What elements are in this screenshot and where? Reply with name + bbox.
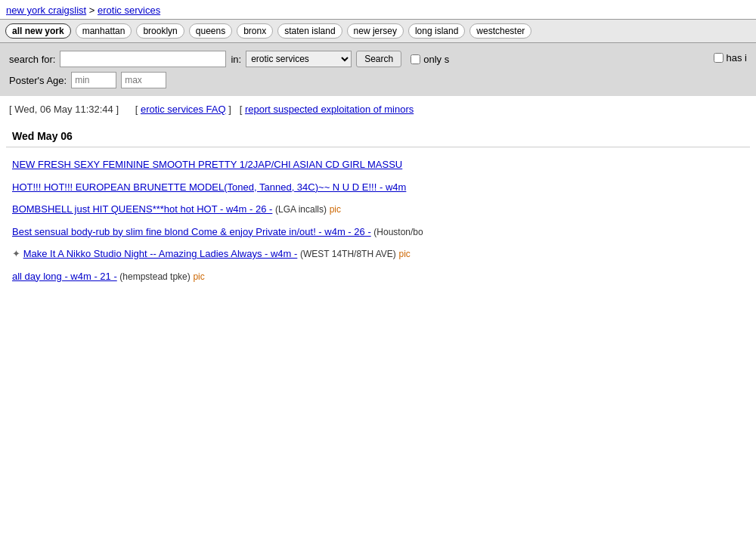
breadcrumb: new york craigslist > erotic services bbox=[0, 0, 756, 19]
info-bar: [ Wed, 06 May 11:32:44 ] [ erotic servic… bbox=[0, 96, 756, 122]
listing-link[interactable]: BOMBSHELL just HIT QUEENS***hot hot HOT … bbox=[12, 203, 272, 215]
listings-container: Wed May 06 NEW FRESH SEXY FEMININE SMOOT… bbox=[0, 122, 756, 287]
area-tabs: all new yorkmanhattanbrooklynqueensbronx… bbox=[0, 19, 756, 43]
area-tab-all-new-york[interactable]: all new york bbox=[5, 23, 71, 39]
area-tab-manhattan[interactable]: manhattan bbox=[76, 23, 132, 39]
listing-link[interactable]: Make It A Nikko Studio Night -- Amazing … bbox=[23, 248, 298, 259]
area-tab-new-jersey[interactable]: new jersey bbox=[347, 23, 404, 39]
list-item: HOT!!! HOT!!! EUROPEAN BRUNETTE MODEL(To… bbox=[6, 176, 750, 199]
search-bar: search for: in: erotic services casual e… bbox=[0, 43, 756, 96]
only-checkbox[interactable] bbox=[411, 54, 420, 64]
listing-pic-label: pic bbox=[399, 249, 411, 259]
list-item: ✦ Make It A Nikko Studio Night -- Amazin… bbox=[6, 243, 750, 265]
posters-age-label: Poster's Age: bbox=[9, 75, 67, 86]
listing-meta: (WEST 14TH/8TH AVE) bbox=[300, 249, 396, 259]
area-tab-long-island[interactable]: long island bbox=[408, 23, 465, 39]
search-input[interactable] bbox=[60, 51, 226, 67]
list-item: BOMBSHELL just HIT QUEENS***hot hot HOT … bbox=[6, 198, 750, 221]
listing-link[interactable]: all day long - w4m - 21 - bbox=[12, 271, 117, 282]
faq-bracket-open: [ bbox=[135, 104, 141, 115]
datetime-text: [ Wed, 06 May 11:32:44 ] bbox=[9, 104, 119, 115]
area-tab-queens[interactable]: queens bbox=[189, 23, 232, 39]
breadcrumb-separator: > bbox=[89, 5, 98, 16]
listing-icon: ✦ bbox=[12, 248, 23, 259]
max-age-input[interactable] bbox=[121, 72, 166, 88]
has-label: has i bbox=[727, 52, 747, 64]
in-label: in: bbox=[231, 54, 241, 65]
report-bracket-open: [ bbox=[240, 104, 245, 115]
search-for-label: search for: bbox=[9, 54, 55, 65]
faq-bracket-close: ] bbox=[226, 104, 231, 115]
list-item: all day long - w4m - 21 - (hempstead tpk… bbox=[6, 265, 750, 288]
breadcrumb-section-link[interactable]: erotic services bbox=[98, 5, 160, 16]
area-tab-brooklyn[interactable]: brooklyn bbox=[136, 23, 184, 39]
category-select[interactable]: erotic services casual encounters missed… bbox=[246, 51, 352, 67]
listing-pic-label: pic bbox=[193, 271, 204, 282]
listing-meta: (hempstead tpke) bbox=[119, 271, 190, 282]
listing-link[interactable]: Best sensual body-rub by slim fine blond… bbox=[12, 226, 371, 237]
date-heading: Wed May 06 bbox=[6, 122, 750, 147]
breadcrumb-site-link[interactable]: new york craigslist bbox=[6, 5, 86, 16]
only-label: only s bbox=[423, 54, 449, 65]
listing-link[interactable]: NEW FRESH SEXY FEMININE SMOOTH PRETTY 1/… bbox=[12, 159, 402, 170]
list-item: NEW FRESH SEXY FEMININE SMOOTH PRETTY 1/… bbox=[6, 153, 750, 176]
erotic-services-faq-link[interactable]: erotic services FAQ bbox=[141, 104, 226, 115]
area-tab-westchester[interactable]: westchester bbox=[469, 23, 531, 39]
search-button[interactable]: Search bbox=[356, 51, 401, 67]
listing-pic-label: pic bbox=[330, 204, 341, 215]
listing-meta: (LGA incalls) bbox=[275, 204, 327, 215]
min-age-input[interactable] bbox=[71, 72, 116, 88]
listing-link[interactable]: HOT!!! HOT!!! EUROPEAN BRUNETTE MODEL(To… bbox=[12, 181, 406, 193]
listing-meta: (Houston/bo bbox=[373, 227, 423, 237]
area-tab-staten-island[interactable]: staten island bbox=[277, 23, 342, 39]
list-item: Best sensual body-rub by slim fine blond… bbox=[6, 221, 750, 243]
has-checkbox[interactable] bbox=[714, 53, 723, 63]
area-tab-bronx[interactable]: bronx bbox=[237, 23, 273, 39]
listings-list: NEW FRESH SEXY FEMININE SMOOTH PRETTY 1/… bbox=[6, 153, 750, 287]
report-exploitation-link[interactable]: report suspected exploitation of minors bbox=[245, 104, 414, 115]
